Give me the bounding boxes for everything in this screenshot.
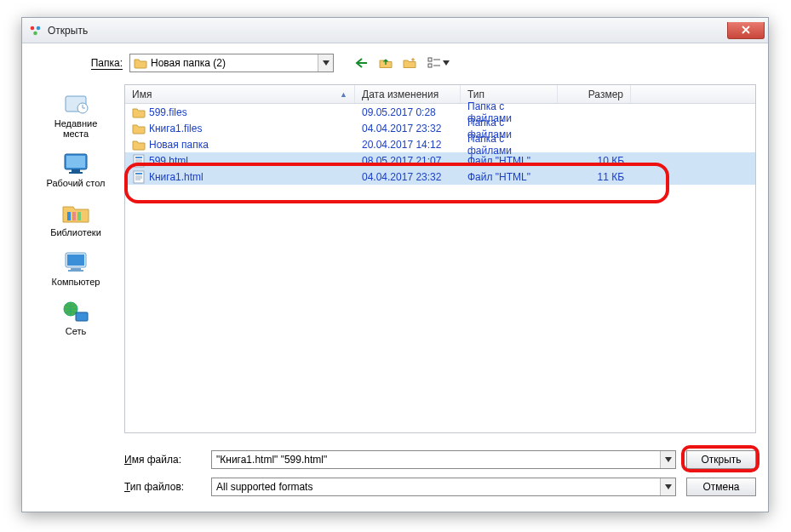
folder-icon xyxy=(132,106,146,119)
filetype-select[interactable]: All supported formats xyxy=(211,478,676,496)
list-header: Имя ▲ Дата изменения Тип Размер xyxy=(125,85,755,104)
filetype-label: Тип файлов: xyxy=(124,481,201,493)
svg-rect-21 xyxy=(76,312,88,321)
svg-rect-19 xyxy=(68,270,83,272)
svg-rect-10 xyxy=(66,156,85,168)
dropdown-caret-icon[interactable] xyxy=(660,478,675,495)
svg-rect-14 xyxy=(72,212,76,220)
file-rows: 599.files09.05.2017 0:28Папка с файламиК… xyxy=(125,104,755,185)
svg-rect-18 xyxy=(71,268,81,270)
place-label: Рабочий стол xyxy=(46,178,105,188)
file-name: 599.files xyxy=(149,106,187,118)
file-type: Файл "HTML" xyxy=(467,155,530,167)
column-header-date[interactable]: Дата изменения xyxy=(355,85,461,103)
place-libraries[interactable]: Библиотеки xyxy=(29,197,123,241)
svg-rect-13 xyxy=(67,212,71,220)
libraries-icon xyxy=(60,200,91,226)
open-file-dialog: Открыть Папка: Новая папка (2) xyxy=(21,17,769,512)
place-label: Недавние места xyxy=(54,118,98,139)
file-date: 04.04.2017 23:32 xyxy=(362,123,441,134)
recent-places-icon xyxy=(60,91,91,117)
place-label: Библиотеки xyxy=(50,227,101,237)
file-name: 599.html xyxy=(149,155,188,167)
folder-row: Папка: Новая папка (2) xyxy=(82,54,751,72)
svg-point-1 xyxy=(37,26,41,30)
back-button[interactable] xyxy=(353,54,371,72)
svg-point-0 xyxy=(31,26,35,30)
dialog-title: Открыть xyxy=(48,25,88,37)
dialog-content: Папка: Новая папка (2) xyxy=(22,43,768,512)
svg-rect-17 xyxy=(67,255,84,266)
file-date: 04.04.2017 23:32 xyxy=(362,171,441,183)
filename-label: Имя файла: xyxy=(124,454,201,466)
dropdown-caret-icon[interactable] xyxy=(660,451,675,468)
network-icon xyxy=(60,299,91,324)
svg-rect-28 xyxy=(135,173,142,174)
place-computer[interactable]: Компьютер xyxy=(29,246,123,290)
file-size: 10 КБ xyxy=(597,155,624,167)
file-name: Книга1.html xyxy=(149,171,203,183)
view-menu-button[interactable] xyxy=(424,54,453,72)
html-file-icon xyxy=(132,154,146,168)
column-header-size[interactable]: Размер xyxy=(558,85,631,103)
close-button[interactable] xyxy=(727,22,765,39)
folder-label: Папка: xyxy=(82,57,123,69)
cancel-button[interactable]: Отмена xyxy=(686,478,756,496)
place-desktop[interactable]: Рабочий стол xyxy=(29,147,123,192)
folder-icon xyxy=(134,56,147,70)
file-row[interactable]: Новая папка20.04.2017 14:12Папка с файла… xyxy=(125,136,755,152)
open-button[interactable]: Открыть xyxy=(686,450,756,469)
app-icon xyxy=(29,24,43,37)
html-file-icon xyxy=(132,170,146,184)
file-row[interactable]: Книга1.html04.04.2017 23:32Файл "HTML"11… xyxy=(125,169,755,185)
file-date: 08.05.2017 21:07 xyxy=(362,155,441,167)
titlebar[interactable]: Открыть xyxy=(22,18,768,43)
new-folder-button[interactable] xyxy=(400,54,419,72)
file-row[interactable]: 599.files09.05.2017 0:28Папка с файлами xyxy=(125,104,755,120)
svg-rect-12 xyxy=(69,172,83,174)
svg-rect-11 xyxy=(72,169,80,172)
folder-name: Новая папка (2) xyxy=(151,57,226,69)
file-list[interactable]: Имя ▲ Дата изменения Тип Размер 599.file… xyxy=(124,84,756,433)
up-one-level-button[interactable] xyxy=(376,54,395,72)
place-label: Компьютер xyxy=(52,277,100,287)
svg-rect-4 xyxy=(428,64,432,67)
file-date: 20.04.2017 14:12 xyxy=(362,139,441,151)
sort-ascending-icon: ▲ xyxy=(340,90,347,99)
file-name: Новая папка xyxy=(149,139,209,151)
computer-icon xyxy=(60,249,91,275)
file-type: Файл "HTML" xyxy=(467,171,530,183)
places-sidebar: Недавние места Рабочий стол Библиотеки К… xyxy=(29,84,123,443)
file-name: Книга1.files xyxy=(149,123,202,134)
svg-rect-3 xyxy=(428,58,432,61)
folder-icon xyxy=(132,138,146,152)
dropdown-caret-icon[interactable] xyxy=(318,54,333,72)
file-size: 11 КБ xyxy=(597,171,624,183)
place-network[interactable]: Сеть xyxy=(29,295,123,340)
column-header-name[interactable]: Имя ▲ xyxy=(125,85,355,103)
svg-rect-23 xyxy=(135,157,142,158)
place-label: Сеть xyxy=(66,326,86,336)
column-header-spacer xyxy=(631,85,755,103)
file-row[interactable]: Книга1.files04.04.2017 23:32Папка с файл… xyxy=(125,120,755,136)
svg-rect-15 xyxy=(77,212,81,220)
svg-point-2 xyxy=(33,31,37,35)
place-recent[interactable]: Недавние места xyxy=(29,88,123,142)
desktop-icon xyxy=(60,151,91,176)
folder-dropdown[interactable]: Новая папка (2) xyxy=(129,54,334,72)
folder-toolbar xyxy=(353,54,453,72)
file-date: 09.05.2017 0:28 xyxy=(362,106,436,118)
folder-icon xyxy=(132,122,146,135)
bottom-area: Имя файла: "Книга1.html" "599.html" Откр… xyxy=(124,449,756,500)
filename-input[interactable]: "Книга1.html" "599.html" xyxy=(211,450,676,469)
file-row[interactable]: 599.html08.05.2017 21:07Файл "HTML"10 КБ xyxy=(125,152,755,169)
